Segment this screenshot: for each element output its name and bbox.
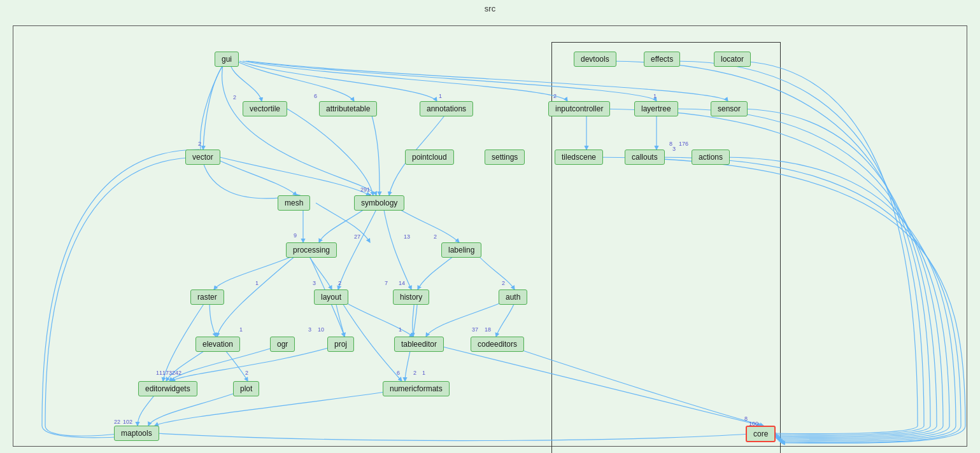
svg-text:27: 27 bbox=[354, 233, 360, 240]
node-actions[interactable]: actions bbox=[692, 150, 730, 165]
svg-text:13: 13 bbox=[404, 233, 410, 240]
svg-text:9: 9 bbox=[294, 232, 297, 239]
node-effects[interactable]: effects bbox=[644, 52, 680, 67]
node-vector[interactable]: vector bbox=[185, 150, 220, 165]
svg-text:17: 17 bbox=[162, 370, 169, 376]
node-proj[interactable]: proj bbox=[327, 337, 354, 352]
page-title: src bbox=[0, 0, 980, 15]
svg-text:22: 22 bbox=[114, 419, 120, 425]
node-tiledscene[interactable]: tiledscene bbox=[555, 150, 603, 165]
svg-text:2: 2 bbox=[434, 233, 437, 240]
node-attributetable[interactable]: attributetable bbox=[319, 101, 377, 116]
node-gui[interactable]: gui bbox=[215, 52, 239, 67]
node-auth[interactable]: auth bbox=[499, 289, 527, 305]
svg-text:2: 2 bbox=[338, 280, 341, 286]
svg-text:10: 10 bbox=[123, 419, 129, 425]
svg-text:2: 2 bbox=[502, 280, 505, 286]
node-mesh[interactable]: mesh bbox=[278, 195, 310, 211]
svg-text:6: 6 bbox=[397, 370, 400, 376]
node-locator[interactable]: locator bbox=[714, 52, 751, 67]
node-codeeditors[interactable]: codeeditors bbox=[471, 337, 524, 352]
svg-text:6: 6 bbox=[314, 93, 317, 99]
svg-text:32: 32 bbox=[169, 370, 175, 376]
node-sensor[interactable]: sensor bbox=[711, 101, 748, 116]
svg-text:1: 1 bbox=[239, 326, 243, 333]
svg-text:8: 8 bbox=[744, 415, 748, 422]
node-callouts[interactable]: callouts bbox=[625, 150, 665, 165]
svg-text:2: 2 bbox=[198, 141, 201, 147]
svg-text:2: 2 bbox=[245, 370, 248, 376]
svg-text:1: 1 bbox=[653, 93, 657, 99]
graph-container: 2 6 1 2 1 2 8 3 176 291 1 9 27 13 2 3 2 … bbox=[13, 25, 967, 447]
svg-text:7: 7 bbox=[385, 280, 388, 286]
node-plot[interactable]: plot bbox=[233, 381, 259, 396]
node-maptools[interactable]: maptools bbox=[114, 426, 159, 441]
node-ogr[interactable]: ogr bbox=[270, 337, 295, 352]
node-raster[interactable]: raster bbox=[190, 289, 224, 305]
svg-text:176: 176 bbox=[679, 141, 688, 147]
node-symbology[interactable]: symbology bbox=[354, 195, 404, 211]
node-layertree[interactable]: layertree bbox=[634, 101, 678, 116]
svg-text:42: 42 bbox=[175, 370, 181, 376]
svg-text:10: 10 bbox=[318, 326, 324, 333]
node-elevation[interactable]: elevation bbox=[195, 337, 240, 352]
svg-text:291: 291 bbox=[360, 186, 370, 193]
svg-text:14: 14 bbox=[399, 280, 405, 286]
svg-text:1: 1 bbox=[422, 370, 425, 376]
node-devtools[interactable]: devtools bbox=[574, 52, 616, 67]
svg-text:2: 2 bbox=[413, 370, 416, 376]
node-settings[interactable]: settings bbox=[485, 150, 525, 165]
node-inputcontroller[interactable]: inputcontroller bbox=[548, 101, 610, 116]
svg-text:2: 2 bbox=[553, 93, 557, 99]
node-history[interactable]: history bbox=[393, 289, 429, 305]
node-layout[interactable]: layout bbox=[314, 289, 348, 305]
svg-text:1: 1 bbox=[255, 280, 259, 286]
node-tableeditor[interactable]: tableeditor bbox=[394, 337, 444, 352]
svg-text:1: 1 bbox=[439, 93, 442, 99]
svg-text:2: 2 bbox=[233, 94, 236, 101]
svg-text:3: 3 bbox=[672, 146, 676, 152]
node-numericformats[interactable]: numericformats bbox=[383, 381, 450, 396]
svg-text:18: 18 bbox=[485, 326, 491, 333]
node-core[interactable]: core bbox=[746, 426, 776, 442]
svg-text:3: 3 bbox=[308, 326, 311, 333]
svg-text:3: 3 bbox=[313, 280, 316, 286]
node-vectortile[interactable]: vectortile bbox=[243, 101, 287, 116]
svg-text:1: 1 bbox=[399, 326, 402, 333]
node-labeling[interactable]: labeling bbox=[441, 242, 481, 258]
svg-text:11: 11 bbox=[156, 370, 162, 376]
svg-text:2: 2 bbox=[129, 419, 132, 425]
node-annotations[interactable]: annotations bbox=[420, 101, 473, 116]
node-editorwidgets[interactable]: editorwidgets bbox=[138, 381, 197, 396]
svg-text:37: 37 bbox=[472, 326, 478, 333]
node-processing[interactable]: processing bbox=[286, 242, 337, 258]
node-pointcloud[interactable]: pointcloud bbox=[405, 150, 454, 165]
